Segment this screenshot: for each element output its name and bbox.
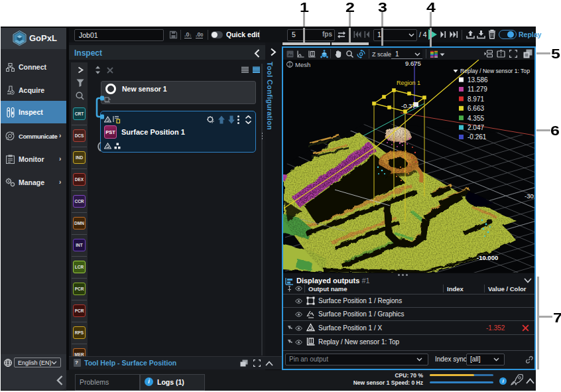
svg-text:13.586: 13.586 — [468, 76, 488, 84]
svg-text:9.675: 9.675 — [405, 60, 421, 67]
svg-text:11.279: 11.279 — [468, 86, 487, 93]
svg-text:-10.000: -10.000 — [477, 254, 498, 261]
svg-text:-0.261: -0.261 — [468, 133, 487, 141]
svg-text:Replay / New sensor 1: Top: Replay / New sensor 1: Top — [460, 68, 530, 74]
svg-text:-30.: -30. — [525, 192, 534, 200]
svg-text:-0.37: -0.37 — [401, 102, 416, 109]
svg-text:2.047: 2.047 — [468, 124, 484, 131]
svg-text:6.663: 6.663 — [468, 105, 484, 112]
svg-text:4.355: 4.355 — [468, 115, 484, 122]
svg-text:Mesh: Mesh — [295, 61, 310, 68]
svg-text:Region 1: Region 1 — [397, 80, 420, 86]
svg-text:8.971: 8.971 — [468, 96, 484, 103]
